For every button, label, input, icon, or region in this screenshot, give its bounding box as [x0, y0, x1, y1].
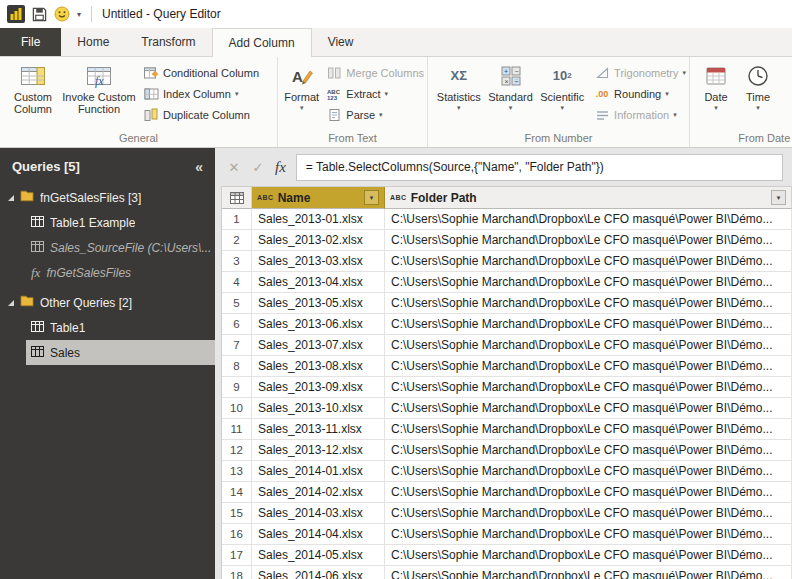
row-number[interactable]: 16: [222, 524, 252, 545]
rounding-button[interactable]: .00 Rounding ▾: [594, 83, 686, 104]
column-header-name[interactable]: ABC Name ▾: [252, 187, 385, 209]
row-number[interactable]: 12: [222, 440, 252, 461]
row-number[interactable]: 5: [222, 293, 252, 314]
row-number[interactable]: 17: [222, 545, 252, 566]
cell-folder-path[interactable]: C:\Users\Sophie Marchand\Dropbox\Le CFO …: [385, 503, 792, 524]
standard-button[interactable]: +−×÷ Standard ▾: [485, 60, 537, 112]
row-number[interactable]: 8: [222, 356, 252, 377]
tab-file[interactable]: File: [0, 28, 61, 56]
cell-name[interactable]: Sales_2013-04.xlsx: [252, 272, 385, 293]
tab-home[interactable]: Home: [61, 28, 125, 56]
extract-button[interactable]: ABC123 Extract ▾: [326, 83, 424, 104]
tree-expand-icon[interactable]: [8, 300, 14, 306]
save-icon[interactable]: [32, 7, 47, 22]
tree-folder-fngetsalesfiles[interactable]: fnGetSalesFiles [3]: [0, 185, 215, 210]
tab-view[interactable]: View: [312, 28, 370, 56]
row-number[interactable]: 9: [222, 377, 252, 398]
cell-folder-path[interactable]: C:\Users\Sophie Marchand\Dropbox\Le CFO …: [385, 356, 792, 377]
collapse-pane-icon[interactable]: «: [195, 159, 203, 175]
trigonometry-button[interactable]: Trigonometry ▾: [594, 62, 686, 83]
statistics-button[interactable]: XΣ Statistics ▾: [433, 60, 485, 112]
cell-folder-path[interactable]: C:\Users\Sophie Marchand\Dropbox\Le CFO …: [385, 461, 792, 482]
cell-name[interactable]: Sales_2013-03.xlsx: [252, 251, 385, 272]
cell-folder-path[interactable]: C:\Users\Sophie Marchand\Dropbox\Le CFO …: [385, 545, 792, 566]
feedback-smiley-icon[interactable]: [54, 6, 70, 22]
cell-name[interactable]: Sales_2014-02.xlsx: [252, 482, 385, 503]
scientific-button[interactable]: 102 Scientific ▾: [536, 60, 588, 112]
cell-folder-path[interactable]: C:\Users\Sophie Marchand\Dropbox\Le CFO …: [385, 398, 792, 419]
table-menu-button[interactable]: [222, 187, 252, 209]
cell-name[interactable]: Sales_2013-07.xlsx: [252, 335, 385, 356]
tree-folder-other-queries[interactable]: Other Queries [2]: [0, 290, 215, 315]
column-header-folder-path[interactable]: ABC Folder Path ▾: [385, 187, 792, 209]
cell-name[interactable]: Sales_2013-02.xlsx: [252, 230, 385, 251]
tab-transform[interactable]: Transform: [125, 28, 211, 56]
cell-folder-path[interactable]: C:\Users\Sophie Marchand\Dropbox\Le CFO …: [385, 482, 792, 503]
tab-add-column[interactable]: Add Column: [212, 28, 312, 57]
toolbar-options-chevron-icon[interactable]: ▾: [77, 10, 81, 19]
svg-text:+: +: [504, 68, 508, 75]
tree-item-table1[interactable]: Table1: [26, 315, 215, 340]
cell-name[interactable]: Sales_2013-09.xlsx: [252, 377, 385, 398]
table-row: 5Sales_2013-05.xlsxC:\Users\Sophie March…: [222, 293, 792, 314]
cell-folder-path[interactable]: C:\Users\Sophie Marchand\Dropbox\Le CFO …: [385, 251, 792, 272]
merge-columns-button[interactable]: Merge Columns: [326, 62, 424, 83]
tree-item-sales[interactable]: Sales: [26, 340, 215, 365]
cell-name[interactable]: Sales_2014-04.xlsx: [252, 524, 385, 545]
index-column-button[interactable]: Index Column ▾: [143, 83, 259, 104]
filter-button[interactable]: ▾: [771, 190, 786, 205]
cell-folder-path[interactable]: C:\Users\Sophie Marchand\Dropbox\Le CFO …: [385, 230, 792, 251]
parse-button[interactable]: Parse ▾: [326, 104, 424, 125]
tree-expand-icon[interactable]: [8, 195, 14, 201]
row-number[interactable]: 6: [222, 314, 252, 335]
filter-button[interactable]: ▾: [364, 190, 379, 205]
column-type-icon: ABC: [390, 194, 407, 201]
cell-name[interactable]: Sales_2013-10.xlsx: [252, 398, 385, 419]
cell-folder-path[interactable]: C:\Users\Sophie Marchand\Dropbox\Le CFO …: [385, 335, 792, 356]
cell-folder-path[interactable]: C:\Users\Sophie Marchand\Dropbox\Le CFO …: [385, 272, 792, 293]
cell-name[interactable]: Sales_2013-05.xlsx: [252, 293, 385, 314]
cell-folder-path[interactable]: C:\Users\Sophie Marchand\Dropbox\Le CFO …: [385, 314, 792, 335]
cell-folder-path[interactable]: C:\Users\Sophie Marchand\Dropbox\Le CFO …: [385, 293, 792, 314]
cell-name[interactable]: Sales_2013-08.xlsx: [252, 356, 385, 377]
cell-name[interactable]: Sales_2013-01.xlsx: [252, 209, 385, 230]
tree-item-sales-sourcefile[interactable]: Sales_SourceFile (C:\Users\...: [26, 235, 215, 260]
cell-folder-path[interactable]: C:\Users\Sophie Marchand\Dropbox\Le CFO …: [385, 377, 792, 398]
cell-folder-path[interactable]: C:\Users\Sophie Marchand\Dropbox\Le CFO …: [385, 440, 792, 461]
cell-name[interactable]: Sales_2014-03.xlsx: [252, 503, 385, 524]
information-button[interactable]: Information ▾: [594, 104, 686, 125]
row-number[interactable]: 1: [222, 209, 252, 230]
formula-input[interactable]: = Table.SelectColumns(Source,{"Name", "F…: [296, 154, 783, 181]
cell-name[interactable]: Sales_2013-06.xlsx: [252, 314, 385, 335]
row-number[interactable]: 18: [222, 566, 252, 579]
cell-name[interactable]: Sales_2014-06.xlsx: [252, 566, 385, 579]
format-button[interactable]: A Format ▾: [283, 60, 320, 112]
row-number[interactable]: 14: [222, 482, 252, 503]
time-button[interactable]: Time ▾: [737, 60, 779, 112]
cell-folder-path[interactable]: C:\Users\Sophie Marchand\Dropbox\Le CFO …: [385, 566, 792, 579]
duplicate-column-button[interactable]: Duplicate Column: [143, 104, 259, 125]
cell-folder-path[interactable]: C:\Users\Sophie Marchand\Dropbox\Le CFO …: [385, 209, 792, 230]
row-number[interactable]: 3: [222, 251, 252, 272]
row-number[interactable]: 2: [222, 230, 252, 251]
commit-formula-icon[interactable]: ✓: [247, 160, 269, 175]
tree-item-table1-example[interactable]: Table1 Example: [26, 210, 215, 235]
row-number[interactable]: 10: [222, 398, 252, 419]
conditional-column-button[interactable]: Conditional Column: [143, 62, 259, 83]
row-number[interactable]: 15: [222, 503, 252, 524]
date-button[interactable]: Date ▾: [695, 60, 737, 112]
row-number[interactable]: 4: [222, 272, 252, 293]
cell-name[interactable]: Sales_2014-05.xlsx: [252, 545, 385, 566]
cell-name[interactable]: Sales_2014-01.xlsx: [252, 461, 385, 482]
cell-name[interactable]: Sales_2013-12.xlsx: [252, 440, 385, 461]
row-number[interactable]: 13: [222, 461, 252, 482]
cell-folder-path[interactable]: C:\Users\Sophie Marchand\Dropbox\Le CFO …: [385, 419, 792, 440]
row-number[interactable]: 11: [222, 419, 252, 440]
row-number[interactable]: 7: [222, 335, 252, 356]
cell-folder-path[interactable]: C:\Users\Sophie Marchand\Dropbox\Le CFO …: [385, 524, 792, 545]
invoke-custom-function-button[interactable]: fx Invoke Custom Function: [61, 60, 137, 115]
tree-item-fngetsalesfiles-function[interactable]: fx fnGetSalesFiles: [26, 260, 215, 285]
custom-column-button[interactable]: Custom Column: [5, 60, 61, 115]
cell-name[interactable]: Sales_2013-11.xlsx: [252, 419, 385, 440]
cancel-formula-icon[interactable]: ✕: [223, 160, 245, 175]
